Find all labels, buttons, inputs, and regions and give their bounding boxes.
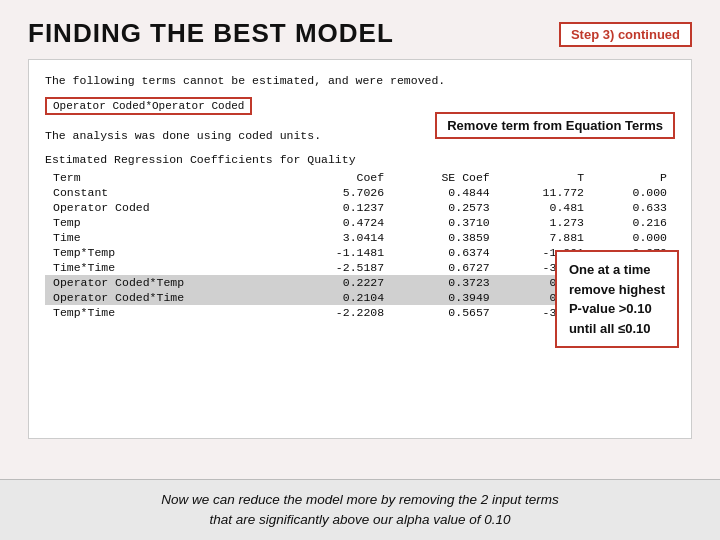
cell-t: 1.273	[498, 215, 592, 230]
cell-coef: 5.7026	[287, 185, 393, 200]
cell-term: Operator Coded	[45, 200, 287, 215]
table-row: Operator Coded0.12370.25730.4810.633	[45, 200, 675, 215]
step-badge: Step 3) continued	[559, 22, 692, 47]
pvalue-line4: until all ≤0.10	[569, 321, 651, 336]
cell-se_coef: 0.5657	[392, 305, 498, 320]
cell-se_coef: 0.3710	[392, 215, 498, 230]
cell-coef: -2.2208	[287, 305, 393, 320]
col-header-t: T	[498, 170, 592, 185]
operator-coded-box: Operator Coded*Operator Coded	[45, 97, 252, 115]
cell-se_coef: 0.3859	[392, 230, 498, 245]
bottom-note: Now we can reduce the model more by remo…	[0, 479, 720, 541]
pvalue-box: One at a time remove highest P-value >0.…	[555, 250, 679, 348]
cell-t: 11.772	[498, 185, 592, 200]
cell-term: Time	[45, 230, 287, 245]
pvalue-line3: P-value >0.10	[569, 301, 652, 316]
cell-coef: -1.1481	[287, 245, 393, 260]
page: FINDING THE BEST MODEL Step 3) continued…	[0, 0, 720, 540]
cell-coef: 0.1237	[287, 200, 393, 215]
header-row: FINDING THE BEST MODEL Step 3) continued	[28, 18, 692, 49]
table-row: Temp0.47240.37101.2730.216	[45, 215, 675, 230]
page-title: FINDING THE BEST MODEL	[28, 18, 394, 49]
table-row: Time3.04140.38597.8810.000	[45, 230, 675, 245]
bottom-line1: Now we can reduce the model more by remo…	[161, 492, 559, 507]
cell-term: Time*Time	[45, 260, 287, 275]
remove-term-box: Remove term from Equation Terms	[435, 112, 675, 139]
col-header-p: P	[592, 170, 675, 185]
col-header-term: Term	[45, 170, 287, 185]
cell-p: 0.000	[592, 230, 675, 245]
cell-p: 0.000	[592, 185, 675, 200]
cell-term: Constant	[45, 185, 287, 200]
bottom-line2: that are significantly above our alpha v…	[210, 512, 511, 527]
cell-coef: 3.0414	[287, 230, 393, 245]
cell-se_coef: 0.6374	[392, 245, 498, 260]
cell-p: 0.216	[592, 215, 675, 230]
cell-term: Operator Coded*Temp	[45, 275, 287, 290]
cell-term: Temp*Time	[45, 305, 287, 320]
cell-term: Temp*Temp	[45, 245, 287, 260]
table-header-row: Term Coef SE Coef T P	[45, 170, 675, 185]
cell-coef: -2.5187	[287, 260, 393, 275]
cell-coef: 0.2227	[287, 275, 393, 290]
pvalue-line2: remove highest	[569, 282, 665, 297]
col-header-coef: Coef	[287, 170, 393, 185]
cell-se_coef: 0.3723	[392, 275, 498, 290]
intro-line: The following terms cannot be estimated,…	[45, 72, 675, 89]
content-area: The following terms cannot be estimated,…	[28, 59, 692, 439]
table-row: Constant5.70260.484411.7720.000	[45, 185, 675, 200]
cell-se_coef: 0.6727	[392, 260, 498, 275]
cell-t: 7.881	[498, 230, 592, 245]
cell-se_coef: 0.4844	[392, 185, 498, 200]
cell-se_coef: 0.2573	[392, 200, 498, 215]
cell-coef: 0.2104	[287, 290, 393, 305]
cell-t: 0.481	[498, 200, 592, 215]
cell-coef: 0.4724	[287, 215, 393, 230]
col-header-se-coef: SE Coef	[392, 170, 498, 185]
cell-term: Temp	[45, 215, 287, 230]
cell-se_coef: 0.3949	[392, 290, 498, 305]
table-title: Estimated Regression Coefficients for Qu…	[45, 153, 675, 166]
cell-p: 0.633	[592, 200, 675, 215]
pvalue-line1: One at a time	[569, 262, 651, 277]
cell-term: Operator Coded*Time	[45, 290, 287, 305]
